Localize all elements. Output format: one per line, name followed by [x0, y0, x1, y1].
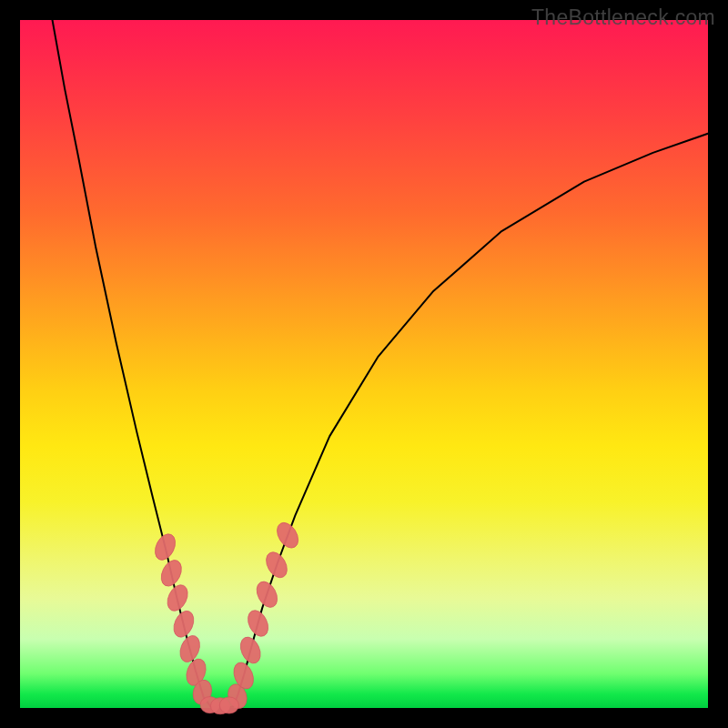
- curve-left-branch: [53, 20, 211, 706]
- chart-frame: TheBottleneck.com: [0, 0, 728, 728]
- bead-group: [151, 519, 302, 714]
- bead-right-2: [237, 634, 264, 667]
- bead-floor-2: [219, 697, 238, 713]
- bead-right-4: [253, 578, 282, 611]
- bead-right-6: [273, 519, 303, 551]
- curve-group: [53, 20, 708, 708]
- bead-right-5: [262, 549, 291, 581]
- curve-right-branch: [233, 134, 708, 707]
- bead-right-3: [244, 607, 272, 640]
- watermark-text: TheBottleneck.com: [531, 5, 715, 30]
- bead-left-2: [164, 581, 192, 614]
- bead-left-0: [151, 531, 179, 563]
- bead-left-1: [157, 557, 186, 590]
- chart-svg: [20, 20, 708, 708]
